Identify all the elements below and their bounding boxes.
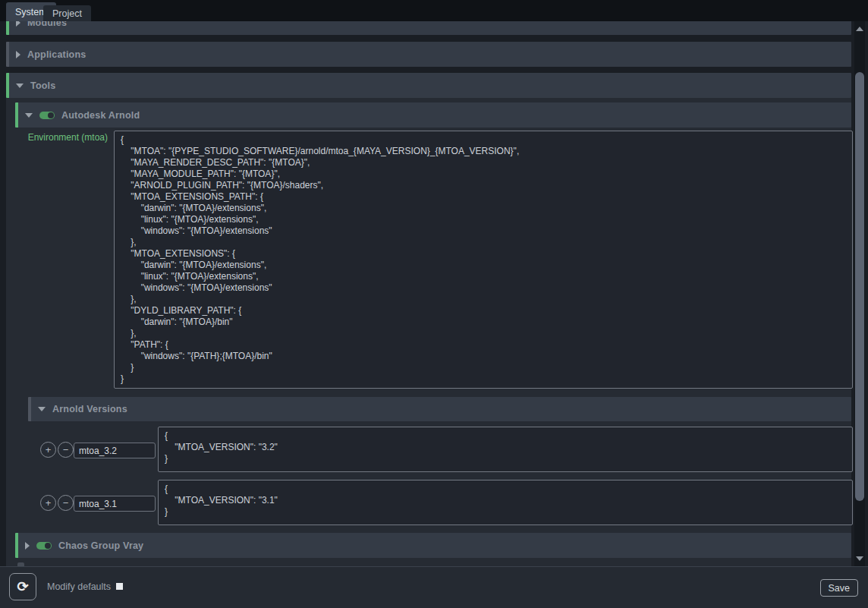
section-title: Tools (30, 80, 55, 91)
section-header-arnold-versions[interactable]: Arnold Versions (28, 397, 851, 421)
tab-project[interactable]: Project (43, 5, 91, 21)
section-title: Chaos Group Vray (58, 540, 143, 551)
scroll-up-button[interactable] (854, 23, 865, 35)
section-header-modules[interactable]: Modules (6, 21, 851, 35)
chevron-down-icon (25, 113, 33, 118)
arnold-enabled-toggle[interactable] (39, 112, 55, 119)
chevron-right-icon (25, 542, 30, 550)
section-header-autodesk-arnold[interactable]: Autodesk Arnold (15, 102, 851, 128)
tab-bar: System Project (0, 0, 868, 21)
add-version-button[interactable]: + (40, 442, 56, 458)
chevron-right-icon (16, 51, 20, 58)
arrow-down-icon (856, 556, 863, 561)
section-title: Autodesk Arnold (61, 110, 140, 121)
modify-defaults-checkbox[interactable] (116, 583, 123, 590)
arrow-up-icon (856, 27, 863, 31)
settings-content: Modules Applications Tools Autodesk Arno… (0, 21, 868, 566)
version-json-editor[interactable]: { "MTOA_VERSION": "3.2" } (158, 427, 853, 472)
scroll-down-button[interactable] (854, 553, 865, 565)
toggle-knob (45, 543, 51, 549)
settings-scroll-area: Modules Applications Tools Autodesk Arno… (0, 21, 868, 566)
modify-defaults-label: Modify defaults (47, 581, 111, 592)
section-header-tools[interactable]: Tools (6, 73, 851, 98)
refresh-icon: ⟳ (17, 579, 28, 594)
refresh-button[interactable]: ⟳ (9, 573, 36, 600)
save-button[interactable]: Save (820, 579, 859, 597)
section-header-chaos-group-vray[interactable]: Chaos Group Vray (15, 533, 851, 558)
version-key-input[interactable] (74, 443, 156, 458)
settings-window: System Project Modules Applications Tool… (0, 0, 868, 608)
chevron-right-icon (16, 21, 20, 27)
version-json-editor[interactable]: { "MTOA_VERSION": "3.1" } (158, 480, 853, 525)
toggle-knob (48, 112, 54, 118)
version-key-input[interactable] (74, 496, 156, 512)
remove-version-button[interactable]: − (58, 495, 74, 511)
chevron-down-icon (38, 407, 46, 411)
vertical-scrollbar[interactable] (854, 21, 865, 566)
section-header-applications[interactable]: Applications (6, 42, 851, 67)
add-version-button[interactable]: + (40, 495, 56, 511)
remove-version-button[interactable]: − (58, 442, 74, 458)
scrollbar-thumb[interactable] (855, 72, 864, 501)
section-title: Arnold Versions (52, 404, 127, 414)
section-title: Applications (27, 49, 86, 60)
environment-mtoa-json-editor[interactable]: { "MTOA": "{PYPE_STUDIO_SOFTWARE}/arnold… (114, 131, 853, 389)
environment-mtoa-label: Environment (mtoa) (6, 132, 108, 143)
chevron-down-icon (16, 83, 24, 88)
footer-bar: ⟳ Modify defaults Save (0, 566, 868, 608)
section-title: Modules (27, 21, 67, 28)
vray-enabled-toggle[interactable] (36, 542, 52, 550)
